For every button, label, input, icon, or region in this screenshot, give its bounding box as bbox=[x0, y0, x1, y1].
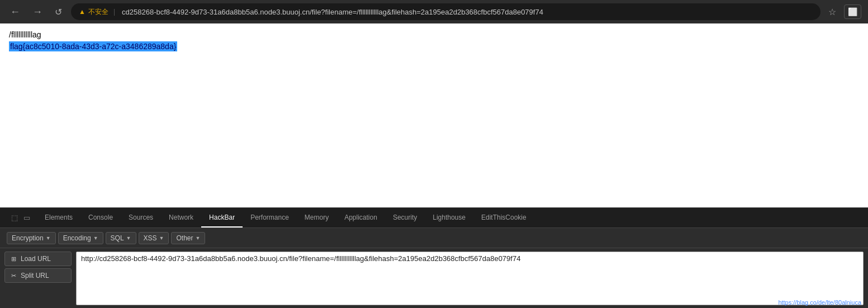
back-button[interactable]: ← bbox=[7, 4, 23, 20]
tab-editthiscookie[interactable]: EditThisCookie bbox=[473, 208, 534, 228]
encoding-dropdown[interactable]: Encoding ▼ bbox=[58, 232, 103, 244]
hackbar-content: ⊞ Load URL ✂ Split URL bbox=[0, 248, 868, 308]
device-icon[interactable]: ▭ bbox=[21, 211, 32, 224]
hackbar-url-area bbox=[76, 252, 864, 305]
encoding-label: Encoding bbox=[63, 234, 91, 242]
other-chevron-icon: ▼ bbox=[195, 235, 200, 241]
encryption-label: Encryption bbox=[12, 234, 44, 242]
split-url-icon: ✂ bbox=[10, 272, 17, 279]
load-url-label: Load URL bbox=[21, 255, 51, 263]
reload-button[interactable]: ↺ bbox=[51, 4, 65, 20]
tab-network[interactable]: Network bbox=[161, 208, 201, 228]
sql-dropdown[interactable]: SQL ▼ bbox=[106, 232, 136, 244]
warning-icon: ▲ bbox=[79, 8, 86, 16]
tab-elements[interactable]: Elements bbox=[37, 208, 80, 228]
xss-dropdown[interactable]: XSS ▼ bbox=[139, 232, 169, 244]
bookmark-button[interactable]: ☆ bbox=[826, 4, 838, 20]
split-url-button[interactable]: ✂ Split URL bbox=[4, 268, 72, 283]
other-label: Other bbox=[176, 234, 193, 242]
devtools-icons: ⬚ ▭ bbox=[4, 208, 37, 228]
tab-lighthouse[interactable]: Lighthouse bbox=[425, 208, 473, 228]
tab-console[interactable]: Console bbox=[80, 208, 121, 228]
tab-sources[interactable]: Sources bbox=[121, 208, 161, 228]
encryption-chevron-icon: ▼ bbox=[46, 235, 51, 241]
hackbar-url-input[interactable] bbox=[76, 252, 864, 305]
encryption-dropdown[interactable]: Encryption ▼ bbox=[7, 232, 56, 244]
tab-security[interactable]: Security bbox=[385, 208, 425, 228]
sql-chevron-icon: ▼ bbox=[126, 235, 131, 241]
xss-chevron-icon: ▼ bbox=[159, 235, 164, 241]
security-indicator: ▲ 不安全 | bbox=[79, 7, 117, 17]
tab-performance[interactable]: Performance bbox=[243, 208, 297, 228]
load-url-icon: ⊞ bbox=[10, 255, 17, 263]
hackbar-status-link[interactable]: https://blag.co/de/lte/80alniuca bbox=[778, 299, 861, 306]
address-bar[interactable]: ▲ 不安全 | cd258268-bcf8-4492-9d73-31a6da8b… bbox=[71, 3, 820, 20]
address-text: cd258268-bcf8-4492-9d73-31a6da8bb5a6.nod… bbox=[122, 8, 543, 16]
tab-hackbar[interactable]: HackBar bbox=[201, 208, 243, 228]
hackbar-buttons: ⊞ Load URL ✂ Split URL bbox=[4, 252, 72, 283]
devtools-panel: ⬚ ▭ Elements Console Sources Network Hac… bbox=[0, 207, 868, 308]
xss-label: XSS bbox=[144, 234, 157, 242]
sql-label: SQL bbox=[111, 234, 124, 242]
encoding-chevron-icon: ▼ bbox=[93, 235, 98, 241]
tab-application[interactable]: Application bbox=[336, 208, 385, 228]
tab-memory[interactable]: Memory bbox=[297, 208, 336, 228]
extensions-button[interactable]: ⬜ bbox=[844, 4, 861, 19]
page-flag: flag{ac8c5010-8ada-43d3-a72c-a3486289a8d… bbox=[9, 41, 177, 51]
browser-chrome: ← → ↺ ▲ 不安全 | cd258268-bcf8-4492-9d73-31… bbox=[0, 0, 868, 23]
load-url-button[interactable]: ⊞ Load URL bbox=[4, 252, 72, 266]
page-path: /flllllllllllag bbox=[9, 30, 859, 39]
page-content: /flllllllllllag flag{ac8c5010-8ada-43d3-… bbox=[0, 23, 868, 207]
split-url-label: Split URL bbox=[21, 272, 49, 279]
devtools-tabbar: ⬚ ▭ Elements Console Sources Network Hac… bbox=[0, 208, 868, 228]
hackbar-toolbar: Encryption ▼ Encoding ▼ SQL ▼ XSS ▼ Othe… bbox=[0, 228, 868, 248]
other-dropdown[interactable]: Other ▼ bbox=[171, 232, 205, 244]
forward-button[interactable]: → bbox=[29, 4, 46, 20]
security-label: 不安全 bbox=[88, 7, 108, 17]
inspect-icon[interactable]: ⬚ bbox=[9, 211, 20, 224]
